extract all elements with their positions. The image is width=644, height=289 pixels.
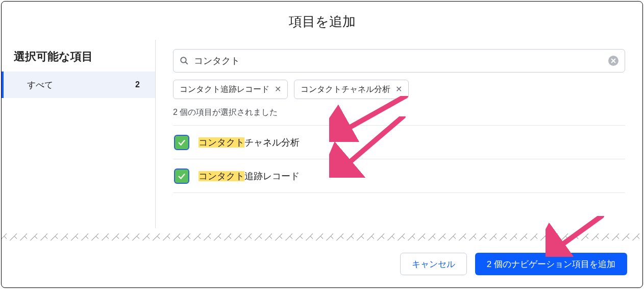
search-icon	[180, 56, 189, 65]
search-box[interactable]	[173, 49, 625, 73]
chip[interactable]: コンタクトチャネル分析 ✕	[294, 80, 409, 99]
list-item-label: コンタクト追跡レコード	[199, 170, 300, 182]
items-list: コンタクトチャネル分析 コンタクト追跡レコード	[173, 125, 625, 193]
list-item-label: コンタクトチャネル分析	[199, 136, 300, 149]
list-item[interactable]: コンタクトチャネル分析	[173, 126, 625, 159]
selected-chips: コンタクト追跡レコード ✕ コンタクトチャネル分析 ✕	[173, 80, 625, 99]
svg-point-0	[181, 57, 186, 63]
selected-count-text: 2 個の項目が選択されました	[173, 107, 625, 118]
chip[interactable]: コンタクト追跡レコード ✕	[173, 80, 288, 99]
sidebar-item-count: 2	[135, 80, 140, 89]
search-input[interactable]	[189, 56, 608, 66]
clear-search-icon[interactable]	[608, 56, 618, 66]
chip-remove-icon[interactable]: ✕	[275, 85, 281, 93]
modal-footer: キャンセル 2 個のナビゲーション項目を追加	[2, 240, 642, 287]
svg-line-1	[185, 62, 188, 64]
chip-remove-icon[interactable]: ✕	[395, 85, 402, 93]
cancel-button[interactable]: キャンセル	[400, 253, 467, 275]
sidebar-title: 選択可能な項目	[2, 40, 155, 71]
torn-edge-divider	[2, 228, 642, 240]
confirm-add-button[interactable]: 2 個のナビゲーション項目を追加	[475, 253, 627, 275]
chip-label: コンタクト追跡レコード	[180, 84, 269, 95]
sidebar-item-label: すべて	[27, 79, 53, 91]
sidebar: 選択可能な項目 すべて 2	[2, 40, 156, 228]
main-panel: コンタクト追跡レコード ✕ コンタクトチャネル分析 ✕ 2 個の項目が選択されま…	[156, 40, 642, 228]
list-item[interactable]: コンタクト追跡レコード	[173, 159, 625, 193]
checkbox-checked[interactable]	[174, 168, 189, 184]
modal-title: 項目を追加	[2, 2, 642, 40]
chip-label: コンタクトチャネル分析	[301, 84, 390, 95]
sidebar-item-all[interactable]: すべて 2	[2, 71, 155, 98]
checkbox-checked[interactable]	[174, 135, 189, 150]
